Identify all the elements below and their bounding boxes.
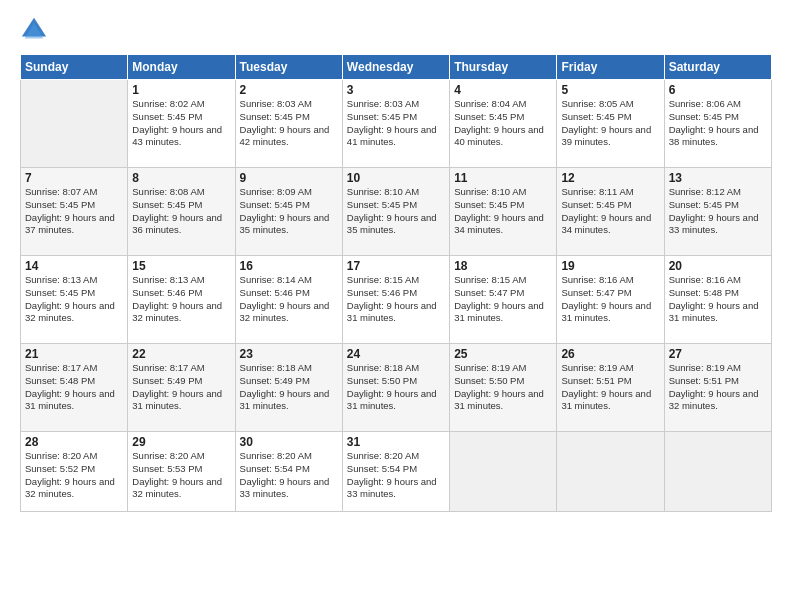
day-number: 1	[132, 83, 230, 97]
day-info: Sunrise: 8:15 AMSunset: 5:47 PMDaylight:…	[454, 274, 552, 325]
day-info: Sunrise: 8:20 AMSunset: 5:52 PMDaylight:…	[25, 450, 123, 501]
day-number: 24	[347, 347, 445, 361]
day-number: 4	[454, 83, 552, 97]
day-number: 12	[561, 171, 659, 185]
day-info: Sunrise: 8:05 AMSunset: 5:45 PMDaylight:…	[561, 98, 659, 149]
day-header-thursday: Thursday	[450, 55, 557, 80]
calendar-cell: 9Sunrise: 8:09 AMSunset: 5:45 PMDaylight…	[235, 168, 342, 256]
day-info: Sunrise: 8:15 AMSunset: 5:46 PMDaylight:…	[347, 274, 445, 325]
day-number: 11	[454, 171, 552, 185]
calendar-cell: 5Sunrise: 8:05 AMSunset: 5:45 PMDaylight…	[557, 80, 664, 168]
calendar-cell: 12Sunrise: 8:11 AMSunset: 5:45 PMDayligh…	[557, 168, 664, 256]
day-info: Sunrise: 8:06 AMSunset: 5:45 PMDaylight:…	[669, 98, 767, 149]
calendar-cell: 10Sunrise: 8:10 AMSunset: 5:45 PMDayligh…	[342, 168, 449, 256]
day-number: 15	[132, 259, 230, 273]
day-number: 3	[347, 83, 445, 97]
day-info: Sunrise: 8:19 AMSunset: 5:51 PMDaylight:…	[669, 362, 767, 413]
day-info: Sunrise: 8:20 AMSunset: 5:53 PMDaylight:…	[132, 450, 230, 501]
day-info: Sunrise: 8:08 AMSunset: 5:45 PMDaylight:…	[132, 186, 230, 237]
day-info: Sunrise: 8:11 AMSunset: 5:45 PMDaylight:…	[561, 186, 659, 237]
day-info: Sunrise: 8:10 AMSunset: 5:45 PMDaylight:…	[347, 186, 445, 237]
calendar-cell: 24Sunrise: 8:18 AMSunset: 5:50 PMDayligh…	[342, 344, 449, 432]
day-number: 26	[561, 347, 659, 361]
calendar-cell: 3Sunrise: 8:03 AMSunset: 5:45 PMDaylight…	[342, 80, 449, 168]
calendar-cell: 25Sunrise: 8:19 AMSunset: 5:50 PMDayligh…	[450, 344, 557, 432]
calendar-cell: 2Sunrise: 8:03 AMSunset: 5:45 PMDaylight…	[235, 80, 342, 168]
day-number: 29	[132, 435, 230, 449]
calendar-cell: 8Sunrise: 8:08 AMSunset: 5:45 PMDaylight…	[128, 168, 235, 256]
day-number: 23	[240, 347, 338, 361]
day-info: Sunrise: 8:07 AMSunset: 5:45 PMDaylight:…	[25, 186, 123, 237]
calendar-cell: 17Sunrise: 8:15 AMSunset: 5:46 PMDayligh…	[342, 256, 449, 344]
calendar-cell: 16Sunrise: 8:14 AMSunset: 5:46 PMDayligh…	[235, 256, 342, 344]
calendar-cell	[664, 432, 771, 512]
day-number: 18	[454, 259, 552, 273]
day-number: 21	[25, 347, 123, 361]
calendar-cell	[21, 80, 128, 168]
day-info: Sunrise: 8:16 AMSunset: 5:47 PMDaylight:…	[561, 274, 659, 325]
calendar-header-row: SundayMondayTuesdayWednesdayThursdayFrid…	[21, 55, 772, 80]
calendar-cell: 11Sunrise: 8:10 AMSunset: 5:45 PMDayligh…	[450, 168, 557, 256]
calendar-week-1: 1Sunrise: 8:02 AMSunset: 5:45 PMDaylight…	[21, 80, 772, 168]
day-number: 6	[669, 83, 767, 97]
day-info: Sunrise: 8:12 AMSunset: 5:45 PMDaylight:…	[669, 186, 767, 237]
day-info: Sunrise: 8:14 AMSunset: 5:46 PMDaylight:…	[240, 274, 338, 325]
day-number: 2	[240, 83, 338, 97]
calendar-cell: 4Sunrise: 8:04 AMSunset: 5:45 PMDaylight…	[450, 80, 557, 168]
day-info: Sunrise: 8:17 AMSunset: 5:49 PMDaylight:…	[132, 362, 230, 413]
logo-icon	[20, 16, 48, 44]
day-info: Sunrise: 8:02 AMSunset: 5:45 PMDaylight:…	[132, 98, 230, 149]
calendar-cell: 30Sunrise: 8:20 AMSunset: 5:54 PMDayligh…	[235, 432, 342, 512]
calendar-cell: 18Sunrise: 8:15 AMSunset: 5:47 PMDayligh…	[450, 256, 557, 344]
day-number: 9	[240, 171, 338, 185]
day-info: Sunrise: 8:19 AMSunset: 5:51 PMDaylight:…	[561, 362, 659, 413]
calendar-cell: 14Sunrise: 8:13 AMSunset: 5:45 PMDayligh…	[21, 256, 128, 344]
day-info: Sunrise: 8:13 AMSunset: 5:46 PMDaylight:…	[132, 274, 230, 325]
calendar-week-5: 28Sunrise: 8:20 AMSunset: 5:52 PMDayligh…	[21, 432, 772, 512]
day-info: Sunrise: 8:09 AMSunset: 5:45 PMDaylight:…	[240, 186, 338, 237]
day-info: Sunrise: 8:18 AMSunset: 5:50 PMDaylight:…	[347, 362, 445, 413]
day-info: Sunrise: 8:20 AMSunset: 5:54 PMDaylight:…	[240, 450, 338, 501]
calendar-cell: 22Sunrise: 8:17 AMSunset: 5:49 PMDayligh…	[128, 344, 235, 432]
calendar-cell: 31Sunrise: 8:20 AMSunset: 5:54 PMDayligh…	[342, 432, 449, 512]
day-info: Sunrise: 8:03 AMSunset: 5:45 PMDaylight:…	[347, 98, 445, 149]
day-header-saturday: Saturday	[664, 55, 771, 80]
calendar-cell: 7Sunrise: 8:07 AMSunset: 5:45 PMDaylight…	[21, 168, 128, 256]
calendar: SundayMondayTuesdayWednesdayThursdayFrid…	[20, 54, 772, 512]
calendar-cell: 20Sunrise: 8:16 AMSunset: 5:48 PMDayligh…	[664, 256, 771, 344]
day-number: 10	[347, 171, 445, 185]
day-number: 31	[347, 435, 445, 449]
day-info: Sunrise: 8:13 AMSunset: 5:45 PMDaylight:…	[25, 274, 123, 325]
calendar-cell: 13Sunrise: 8:12 AMSunset: 5:45 PMDayligh…	[664, 168, 771, 256]
calendar-cell: 23Sunrise: 8:18 AMSunset: 5:49 PMDayligh…	[235, 344, 342, 432]
day-info: Sunrise: 8:19 AMSunset: 5:50 PMDaylight:…	[454, 362, 552, 413]
calendar-cell	[557, 432, 664, 512]
day-number: 27	[669, 347, 767, 361]
calendar-cell: 26Sunrise: 8:19 AMSunset: 5:51 PMDayligh…	[557, 344, 664, 432]
day-number: 20	[669, 259, 767, 273]
day-header-friday: Friday	[557, 55, 664, 80]
day-info: Sunrise: 8:17 AMSunset: 5:48 PMDaylight:…	[25, 362, 123, 413]
day-info: Sunrise: 8:20 AMSunset: 5:54 PMDaylight:…	[347, 450, 445, 501]
day-number: 22	[132, 347, 230, 361]
calendar-cell: 21Sunrise: 8:17 AMSunset: 5:48 PMDayligh…	[21, 344, 128, 432]
day-number: 17	[347, 259, 445, 273]
day-number: 30	[240, 435, 338, 449]
day-header-sunday: Sunday	[21, 55, 128, 80]
day-info: Sunrise: 8:10 AMSunset: 5:45 PMDaylight:…	[454, 186, 552, 237]
day-info: Sunrise: 8:03 AMSunset: 5:45 PMDaylight:…	[240, 98, 338, 149]
day-number: 19	[561, 259, 659, 273]
day-number: 16	[240, 259, 338, 273]
day-header-wednesday: Wednesday	[342, 55, 449, 80]
calendar-cell: 6Sunrise: 8:06 AMSunset: 5:45 PMDaylight…	[664, 80, 771, 168]
calendar-cell	[450, 432, 557, 512]
day-number: 5	[561, 83, 659, 97]
calendar-week-3: 14Sunrise: 8:13 AMSunset: 5:45 PMDayligh…	[21, 256, 772, 344]
calendar-cell: 1Sunrise: 8:02 AMSunset: 5:45 PMDaylight…	[128, 80, 235, 168]
day-info: Sunrise: 8:16 AMSunset: 5:48 PMDaylight:…	[669, 274, 767, 325]
calendar-cell: 19Sunrise: 8:16 AMSunset: 5:47 PMDayligh…	[557, 256, 664, 344]
calendar-week-4: 21Sunrise: 8:17 AMSunset: 5:48 PMDayligh…	[21, 344, 772, 432]
day-number: 25	[454, 347, 552, 361]
day-info: Sunrise: 8:04 AMSunset: 5:45 PMDaylight:…	[454, 98, 552, 149]
day-number: 7	[25, 171, 123, 185]
